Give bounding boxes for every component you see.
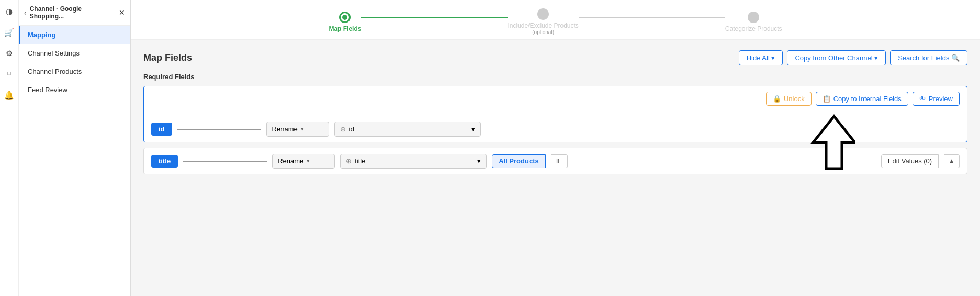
eye-icon: 👁 xyxy=(919,95,926,103)
field-line-id xyxy=(177,129,261,130)
cart-icon[interactable]: 🛒 xyxy=(3,26,16,39)
function-icon-id: ⊕ xyxy=(340,125,346,133)
step-line-1 xyxy=(361,17,508,18)
sidebar: ◑ 🛒 ⚙ ⑂ 🔔 ‹ Channel - Google Shopping...… xyxy=(0,0,131,296)
chevron-down-icon-rename-id: ▾ xyxy=(301,126,304,133)
step-label-include-exclude: Include/Exclude Products xyxy=(508,22,578,29)
step-include-exclude: Include/Exclude Products (optional) xyxy=(508,8,578,35)
icon-sidebar: ◑ 🛒 ⚙ ⑂ 🔔 xyxy=(0,0,19,296)
copy-from-other-button[interactable]: Copy from Other Channel ▾ xyxy=(787,50,886,65)
map-fields-title: Map Fields xyxy=(143,52,192,63)
required-fields-label: Required Fields xyxy=(143,73,967,81)
value-label-title: title xyxy=(355,157,365,165)
step-circle-categorize xyxy=(748,12,759,23)
map-fields-header: Map Fields Hide All ▾ Copy from Other Ch… xyxy=(143,50,967,65)
search-for-fields-button[interactable]: Search for Fields 🔍 xyxy=(890,50,967,65)
step-circle-map-fields xyxy=(339,12,351,23)
all-products-button[interactable]: All Products xyxy=(492,154,546,168)
field-row-title: title Rename ▾ ⊕ title ▾ All Products IF… xyxy=(151,154,960,169)
header-buttons: Hide All ▾ Copy from Other Channel ▾ Sea… xyxy=(739,50,967,65)
field-line-title xyxy=(183,161,267,162)
value-box-id[interactable]: ⊕ id ▾ xyxy=(334,122,481,137)
sidebar-item-feed-review[interactable]: Feed Review xyxy=(19,81,130,99)
chart-icon[interactable]: ◑ xyxy=(3,5,16,18)
field-tag-title: title xyxy=(151,155,178,168)
preview-label: Preview xyxy=(929,95,953,103)
step-label-categorize: Categorize Products xyxy=(725,25,782,32)
field-card-title: title Rename ▾ ⊕ title ▾ All Products IF… xyxy=(143,148,967,174)
sidebar-item-channel-settings[interactable]: Channel Settings xyxy=(19,44,130,62)
sidebar-item-mapping[interactable]: Mapping xyxy=(19,26,130,44)
bell-icon[interactable]: 🔔 xyxy=(3,89,16,102)
text-sidebar: ‹ Channel - Google Shopping... ✕ Mapping… xyxy=(19,0,130,296)
unlock-label: Unlock xyxy=(784,95,805,103)
step-categorize: Categorize Products xyxy=(725,12,782,32)
lock-icon: 🔒 xyxy=(773,95,781,103)
gear-icon[interactable]: ⚙ xyxy=(3,47,16,60)
sidebar-title: Channel - Google Shopping... xyxy=(30,5,116,20)
field-card-id-row: id Rename ▾ ⊕ id ▾ xyxy=(151,122,960,137)
main-content: Map Fields Include/Exclude Products (opt… xyxy=(131,0,980,296)
value-label-id: id xyxy=(349,125,354,133)
hide-all-button[interactable]: Hide All ▾ xyxy=(739,50,783,65)
sidebar-header: ‹ Channel - Google Shopping... ✕ xyxy=(19,0,130,26)
if-button[interactable]: IF xyxy=(551,154,568,168)
expand-button[interactable]: ▲ xyxy=(944,154,960,168)
edit-values-button[interactable]: Edit Values (0) xyxy=(881,154,939,168)
rename-label-title: Rename xyxy=(278,157,303,165)
value-box-title[interactable]: ⊕ title ▾ xyxy=(340,154,487,169)
sidebar-item-channel-products[interactable]: Channel Products xyxy=(19,62,130,81)
rename-select-id[interactable]: Rename ▾ xyxy=(266,122,329,137)
rename-select-title[interactable]: Rename ▾ xyxy=(272,154,335,169)
unlock-button[interactable]: 🔒 Unlock xyxy=(766,92,812,106)
copy-to-internal-button[interactable]: 📋 Copy to Internal Fields xyxy=(816,92,908,106)
step-line-2 xyxy=(579,17,725,18)
back-button[interactable]: ‹ xyxy=(24,8,27,17)
step-map-fields: Map Fields xyxy=(329,12,361,32)
chevron-down-icon-value-title: ▾ xyxy=(477,157,481,165)
copy-icon: 📋 xyxy=(823,95,831,103)
field-tag-id: id xyxy=(151,123,172,136)
step-sublabel-include-exclude: (optional) xyxy=(532,29,554,35)
step-label-map-fields: Map Fields xyxy=(329,25,361,32)
function-icon-title: ⊕ xyxy=(346,157,352,165)
field-card-id-actions: 🔒 Unlock 📋 Copy to Internal Fields 👁 Pre… xyxy=(151,92,960,106)
step-bar: Map Fields Include/Exclude Products (opt… xyxy=(131,0,980,40)
content-area: Map Fields Hide All ▾ Copy from Other Ch… xyxy=(131,40,980,296)
preview-button[interactable]: 👁 Preview xyxy=(913,92,960,106)
field-card-id: 🔒 Unlock 📋 Copy to Internal Fields 👁 Pre… xyxy=(143,86,967,142)
copy-internal-label: Copy to Internal Fields xyxy=(833,95,902,103)
step-circle-include-exclude xyxy=(537,8,549,20)
chevron-down-icon-value-id: ▾ xyxy=(471,125,475,133)
rename-label-id: Rename xyxy=(272,125,298,133)
chevron-down-icon-rename-title: ▾ xyxy=(307,158,310,165)
close-button[interactable]: ✕ xyxy=(119,8,125,17)
fork-icon[interactable]: ⑂ xyxy=(3,68,16,81)
